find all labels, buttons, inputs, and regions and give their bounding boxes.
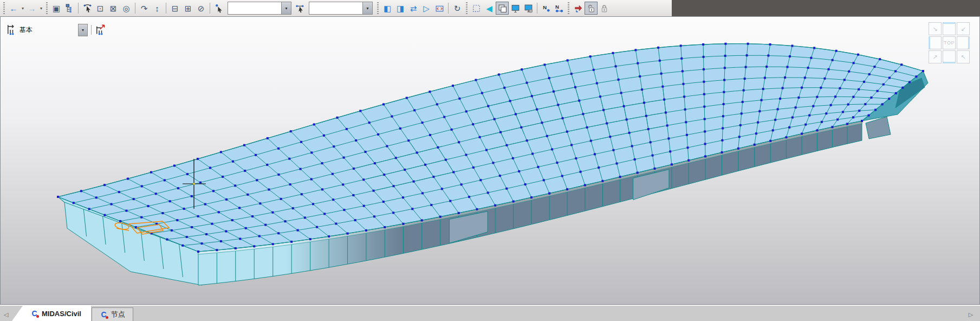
midas-logo-icon: C: [100, 311, 108, 319]
toolbar-separator: [166, 3, 166, 14]
display-option-button[interactable]: [572, 2, 585, 15]
unselect-window-cross-button[interactable]: ⊞: [181, 2, 194, 15]
select-single-icon: [83, 4, 92, 13]
activate-identity-icon: ◨: [397, 4, 404, 12]
viewcube-edge-top[interactable]: [943, 22, 956, 35]
hidden-surface-button[interactable]: [496, 2, 509, 15]
named-group-combo-dropdown[interactable]: ▾: [281, 2, 291, 14]
window-tab-label: MIDAS/Civil: [42, 310, 81, 318]
select-by-tree-icon: [65, 4, 74, 13]
undo-button[interactable]: ←: [7, 2, 20, 15]
model-window-tabbar: ◁CMIDAS/CivilC节点▷: [0, 305, 980, 321]
toolbar-button-strip: ←▾→▾▣⊡⊠◎↷↕⊟⊞⊘▾▾◧◨⇄▷↻◀NN: [0, 0, 672, 16]
named-plane-combo-input[interactable]: [309, 2, 362, 14]
unselect-window-icon: ⊟: [172, 4, 179, 12]
select-circle-icon: ◎: [122, 4, 129, 12]
render-options-icon: [524, 4, 533, 13]
select-previous-button[interactable]: [294, 2, 307, 15]
undo-icon: ←: [10, 4, 18, 12]
active-all-icon: ⇄: [410, 4, 417, 12]
model-canvas[interactable]: [1, 17, 979, 304]
ucs-plane-name: 基本: [20, 25, 78, 35]
toolbar-grip: [46, 2, 48, 14]
named-group-combo-input[interactable]: [228, 2, 281, 14]
model-viewport[interactable]: 基本 ▾ ↘↙TOP↗↖: [0, 16, 980, 305]
redraw-icon: ↻: [454, 4, 461, 12]
select-circle-button[interactable]: ◎: [120, 2, 133, 15]
redraw-button[interactable]: ↻: [451, 2, 464, 15]
toolbar-separator: [448, 3, 449, 14]
lock-icon: [600, 4, 609, 13]
initial-screen-icon: [472, 4, 481, 13]
initial-screen-button[interactable]: [470, 2, 483, 15]
tab-scroll-left-button[interactable]: ◁: [0, 308, 12, 321]
lock-button[interactable]: [598, 2, 611, 15]
select-window-cross-button[interactable]: ⊠: [107, 2, 120, 15]
ucs-plane-dropdown[interactable]: ▾: [78, 24, 88, 36]
hidden-surface-icon: [498, 4, 507, 13]
node-number-icon: N: [542, 4, 551, 13]
ucs-toolbar: 基本 ▾: [6, 23, 108, 36]
toolbar-grip: [466, 2, 468, 14]
redo-button-dropdown[interactable]: ▾: [38, 2, 44, 15]
select-window-icon: ⊡: [97, 4, 104, 12]
redo-button[interactable]: →: [25, 2, 38, 15]
render-options-button[interactable]: [522, 2, 535, 15]
select-single-button[interactable]: [81, 2, 94, 15]
pick-select-button[interactable]: [212, 2, 225, 15]
element-number-button[interactable]: N: [553, 2, 566, 15]
unselect-circle-button[interactable]: ⊘: [194, 2, 207, 15]
toolbar-separator: [537, 3, 537, 14]
named-group-combo[interactable]: ▾: [228, 2, 291, 15]
undo-button-dropdown[interactable]: ▾: [20, 2, 25, 15]
ucs-separator: [91, 25, 92, 35]
unlock-button[interactable]: [585, 2, 598, 15]
select-identity-button[interactable]: ▣: [50, 2, 63, 15]
active-previous-button[interactable]: [433, 2, 446, 15]
ucs-move-plane-icon[interactable]: [95, 24, 106, 35]
toolbar-grip: [377, 2, 379, 14]
toolbar-grip: [3, 2, 5, 14]
svg-text:N: N: [555, 4, 559, 10]
active-toggle-icon: ▷: [423, 4, 430, 12]
viewcube-corner-↙-icon[interactable]: ↙: [957, 22, 970, 35]
render-view-button[interactable]: [509, 2, 522, 15]
active-all-button[interactable]: ⇄: [407, 2, 420, 15]
toolbar-grip: [568, 2, 569, 14]
unselect-window-button[interactable]: ⊟: [168, 2, 181, 15]
viewcube-corner-↗-icon[interactable]: ↗: [929, 50, 942, 63]
viewcube-edge-bottom[interactable]: [943, 50, 956, 63]
toolbar-separator: [78, 3, 79, 14]
select-previous-icon: [296, 4, 305, 13]
pick-select-icon: [215, 4, 224, 13]
previous-view-button[interactable]: ◀: [483, 2, 496, 15]
select-window-button[interactable]: ⊡: [94, 2, 107, 15]
unselect-window-cross-icon: ⊞: [185, 4, 192, 12]
view-orientation-control: ↘↙TOP↗↖: [929, 22, 970, 63]
named-plane-combo[interactable]: ▾: [309, 2, 373, 15]
previous-view-icon: ◀: [486, 4, 492, 12]
select-polygon-button[interactable]: ↷: [138, 2, 151, 15]
viewcube-corner-↖-icon[interactable]: ↖: [957, 50, 970, 63]
active-toggle-button[interactable]: ▷: [420, 2, 433, 15]
named-plane-combo-dropdown[interactable]: ▾: [362, 2, 372, 14]
toolbar-empty-area: [672, 0, 980, 16]
midas-logo-icon: C: [30, 310, 38, 318]
activate-button[interactable]: ◧: [381, 2, 394, 15]
activate-identity-button[interactable]: ◨: [394, 2, 407, 15]
node-number-button[interactable]: N: [540, 2, 553, 15]
select-by-tree-button[interactable]: [63, 2, 76, 15]
window-tab-2[interactable]: C节点: [92, 307, 133, 321]
select-plane-icon: ↕: [155, 4, 159, 12]
tab-scroll-right-button[interactable]: ▷: [965, 308, 977, 321]
viewcube-edge-left[interactable]: [929, 36, 942, 49]
viewcube-top-label[interactable]: TOP: [943, 36, 956, 49]
select-plane-button[interactable]: ↕: [151, 2, 164, 15]
activate-icon: ◧: [384, 4, 391, 12]
viewcube-edge-right[interactable]: [957, 36, 970, 49]
viewcube-corner-↘-icon[interactable]: ↘: [929, 22, 942, 35]
display-option-icon: [574, 4, 583, 13]
window-tab-1[interactable]: CMIDAS/Civil: [12, 306, 91, 321]
toolbar-separator: [135, 3, 135, 14]
ucs-plane-icon[interactable]: [6, 24, 17, 35]
